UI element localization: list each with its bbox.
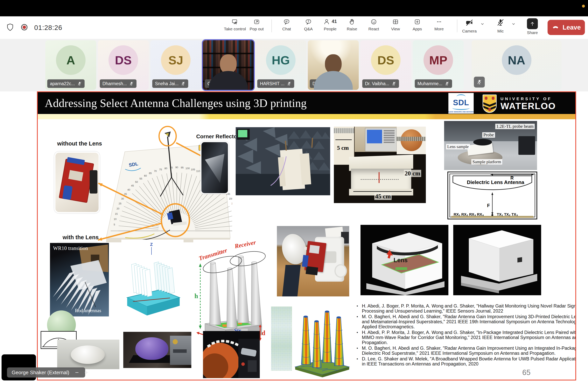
slide-page-number: 65 (522, 368, 530, 377)
camera-options-chevron[interactable] (480, 21, 485, 28)
people-button[interactable]: 41People (319, 18, 341, 31)
photo-lens-measurement-box: 5 cm 20 cm 45 cm (334, 127, 426, 203)
reference-item: •D. Lee, G. Shaker and W. Melek, "A Broa… (357, 356, 576, 366)
participant-tile[interactable]: DSDharmesh... (98, 40, 149, 90)
more-button[interactable]: More (428, 18, 450, 31)
label-lens-sample: Lens sample (446, 144, 470, 149)
people-icon (324, 18, 331, 25)
avatar: NA (502, 45, 531, 75)
participant-tile[interactable]: Dinesh Ku... (308, 40, 359, 90)
label-dim-r: R (510, 175, 514, 181)
participant-tile[interactable]: Aaparna22c... (45, 40, 96, 90)
participant-name: Sneha Jai... (155, 81, 178, 86)
reference-item: •M. O. Bagheri, H. Abedi and G. Shaker, … (357, 346, 576, 356)
participant-name-pill: HARSHIT ... (257, 79, 294, 88)
diagram-dielectric-lens: Dielectric Lens Antenna R F RX₁ RX₂ RX₃ … (447, 171, 537, 219)
apps-button[interactable]: Apps (406, 18, 428, 31)
pop-out-button[interactable]: Pop out (246, 18, 268, 31)
label-dielectric-lens: Dielectric Lens Antenna (467, 179, 524, 185)
label-sample-platform: Sample platform (471, 159, 502, 165)
raise-button[interactable]: Raise (341, 18, 363, 31)
waterloo-shield-icon (483, 95, 497, 113)
window-titlebar (0, 0, 588, 16)
protractor-tick: 105 (191, 168, 195, 171)
label-without-lens: without the Lens (57, 140, 102, 147)
camera-button[interactable]: Camera (459, 18, 480, 33)
photo-probe-station: 1.2E-TL probe beam Probe Lens sample Sam… (444, 121, 537, 170)
label-45cm: 45 cm (374, 193, 392, 200)
participant-tile[interactable]: George Shaker... (203, 40, 254, 90)
photo-corner-reflector (200, 141, 229, 194)
photo-radar-no-lens (54, 151, 100, 213)
slide-title: Addressing Select Antenna Challenges usi… (45, 96, 307, 110)
participant-name: Dr. Vaibha... (365, 81, 389, 86)
participant-name-pill: Muhamme... (415, 79, 452, 88)
protractor-tick: 45 (131, 184, 134, 187)
react-label: React (368, 27, 379, 31)
people-count: 41 (332, 19, 337, 24)
protractor-tick: 20 (116, 207, 119, 210)
zoom-in-button[interactable]: + (84, 369, 88, 376)
view-button[interactable]: View (385, 18, 406, 31)
chat-button[interactable]: Chat (276, 18, 297, 31)
phone-icon (552, 23, 559, 32)
react-icon (370, 18, 377, 25)
take-control-button[interactable]: Take control (224, 18, 246, 31)
avatar: SJ (161, 45, 190, 75)
protractor-tick: 55 (139, 177, 142, 180)
protractor-tick: 30 (121, 197, 124, 200)
toolbar-divider (457, 20, 457, 32)
recording-icon (20, 23, 29, 32)
participant-strip: Aaparna22c...DSDharmesh...SJSneha Jai...… (0, 39, 588, 91)
label-wr10: WR10 transition (53, 245, 88, 251)
shared-screen-stage: Addressing Select Antenna Challenges usi… (0, 91, 588, 382)
view-icon (392, 18, 399, 25)
muted-badge (474, 77, 485, 87)
toolbar-divider (272, 20, 272, 32)
slide-accent-stripe (38, 114, 575, 119)
participant-tile[interactable]: NA (472, 40, 562, 90)
protractor-tick: 155 (231, 202, 232, 205)
participant-name-pill: Sneha Jai... (152, 79, 188, 88)
label-probe: Probe (482, 132, 495, 138)
protractor-tick: 10 (114, 218, 116, 221)
share-icon (527, 18, 538, 29)
react-button[interactable]: React (363, 18, 385, 31)
meeting-timer: 01:28:26 (34, 24, 62, 32)
protractor-tick: 75 (159, 168, 162, 171)
presentation-slide: Addressing Select Antenna Challenges usi… (37, 91, 576, 381)
mic-off-icon (496, 18, 505, 28)
raise-icon (348, 18, 356, 25)
zoom-out-button[interactable]: − (75, 369, 79, 376)
mic-off-icon (287, 81, 292, 86)
mic-options-chevron[interactable] (511, 21, 516, 28)
sim-vector-field (271, 307, 292, 371)
apps-icon (414, 18, 421, 25)
mic-button[interactable]: Mic (490, 18, 511, 33)
participant-tile[interactable]: MPMuhamme... (413, 40, 464, 90)
sdl-logo: SDL WIRELESS SENSORS AND DEVICES LAB (448, 93, 474, 114)
label-dim-h: h (194, 293, 198, 300)
avatar: MP (423, 45, 453, 75)
recording-icon (20, 23, 29, 32)
protractor-tick: 110 (196, 170, 200, 172)
avatar: HG (266, 45, 295, 75)
raise-label: Raise (347, 27, 357, 31)
qa-button[interactable]: ?Q&A (297, 18, 319, 31)
camera-chevron-down-icon (480, 21, 485, 27)
shield-icon (6, 23, 14, 32)
participant-tile[interactable]: HGHARSHIT ... (255, 40, 306, 90)
participant-tile[interactable]: SJSneha Jai... (150, 40, 201, 90)
person-silhouette (325, 54, 342, 74)
share-button[interactable]: Share (522, 18, 543, 35)
label-rx-ports: RX₁ RX₂ RX₃ RX₄ (454, 212, 484, 217)
apps-label: Apps (413, 27, 422, 31)
reference-list: •H. Abedi, J. Boger, P. P. Morita, A. Wo… (357, 303, 576, 367)
chat-icon (283, 18, 290, 25)
take-control-label: Take control (224, 27, 246, 31)
leave-button[interactable]: Leave (547, 20, 585, 35)
participant-tile[interactable]: DSDr. Vaibha... (360, 40, 411, 90)
mic-off-icon (392, 81, 396, 86)
label-lens: Lens (394, 257, 408, 264)
participant-name-pill: Dr. Vaibha... (362, 79, 399, 88)
